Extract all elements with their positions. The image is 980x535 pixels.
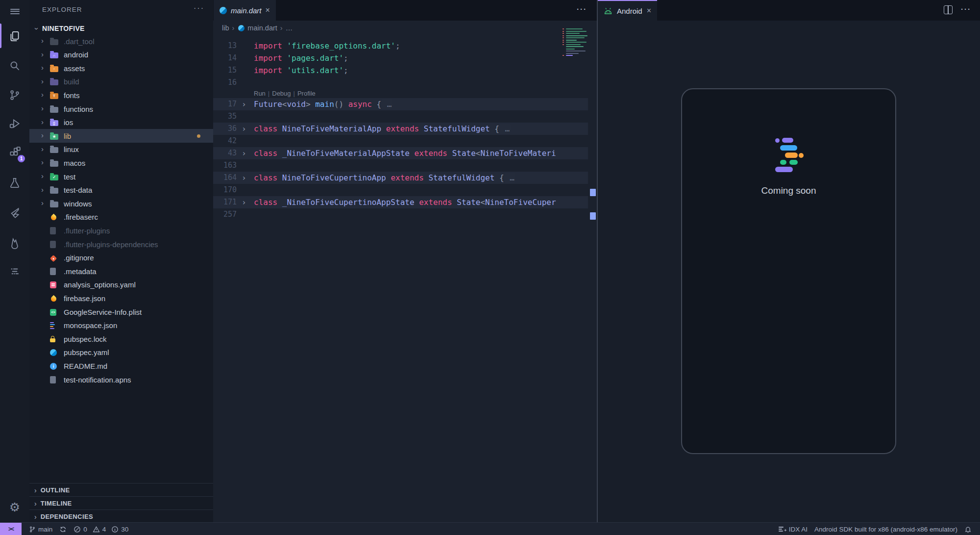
code-line-35: 35 — [213, 110, 588, 123]
sidebar-section-dependencies[interactable]: ›DEPENDENCIES — [29, 510, 213, 523]
folder-assets-icon: ▫ — [50, 66, 58, 72]
tree-item-test-notification-apns[interactable]: test-notification.apns — [29, 373, 213, 386]
tree-item-pubspec-lock[interactable]: pubspec.lock — [29, 332, 213, 346]
tree-item-macos[interactable]: ›macos — [29, 156, 213, 170]
close-icon[interactable]: × — [266, 6, 270, 15]
tree-item-ios[interactable]: ›▯ios — [29, 116, 213, 129]
chevron-right-icon: › — [34, 500, 37, 508]
tree-item-label: macos — [64, 159, 85, 167]
error-count: 0 — [83, 526, 87, 533]
chevron-right-icon: › — [41, 118, 44, 126]
tree-item--metadata[interactable]: .metadata — [29, 264, 213, 278]
remote-indicator[interactable]: >< — [0, 523, 22, 535]
sidebar-section-timeline[interactable]: ›TIMELINE — [29, 496, 213, 510]
idx-icon[interactable] — [6, 263, 23, 280]
code-line-257: 257 — [213, 208, 588, 221]
fold-chevron-icon[interactable]: › — [242, 196, 246, 208]
tree-item-android[interactable]: ›∩android — [29, 48, 213, 62]
codelens-run[interactable]: Run — [254, 90, 266, 97]
tree-item-assets[interactable]: ›▫assets — [29, 61, 213, 75]
chevron-right-icon: › — [41, 158, 44, 166]
file-tree: ›.dart_tool›∩android›▫assets›build›Tfont… — [29, 0, 213, 522]
line-number: 164 — [213, 172, 237, 184]
git-icon — [50, 255, 57, 262]
tree-item-lib[interactable]: ›★lib — [29, 129, 213, 143]
line-number: 15 — [213, 64, 237, 76]
sidebar-section-outline[interactable]: ›OUTLINE — [29, 483, 213, 497]
tree-item-test[interactable]: ›✓test — [29, 170, 213, 183]
tab-android[interactable]: Android × — [598, 0, 657, 21]
testing-icon[interactable] — [6, 175, 23, 191]
tree-item--firebaserc[interactable]: .firebaserc — [29, 210, 213, 224]
folder-android-icon: ∩ — [50, 52, 58, 58]
breadcrumb-symbol[interactable]: … — [286, 24, 293, 32]
branch-item[interactable]: main — [25, 523, 56, 535]
tree-item-label: build — [64, 77, 79, 86]
breadcrumb-file[interactable]: main.dart — [247, 24, 277, 32]
fold-chevron-icon[interactable]: › — [242, 123, 246, 135]
tree-item--dart-tool[interactable]: ›.dart_tool — [29, 34, 213, 48]
extensions-icon[interactable]: 1 — [6, 144, 23, 161]
problems-item[interactable]: 0 4 30 — [70, 523, 132, 535]
minimap[interactable] — [563, 28, 588, 60]
explorer-icon[interactable] — [6, 28, 23, 45]
fold-chevron-icon[interactable]: › — [242, 172, 246, 184]
fold-chevron-icon[interactable]: › — [242, 147, 246, 159]
flutter-icon[interactable] — [6, 205, 23, 222]
search-icon[interactable] — [6, 57, 23, 74]
code-editor[interactable]: 13import 'firebase_options.dart';14impor… — [213, 35, 588, 522]
firebase-icon[interactable] — [6, 234, 23, 251]
code-text: class _NineToFiveMaterialAppState extend… — [254, 147, 556, 159]
sync-button[interactable] — [56, 523, 70, 535]
tree-item-label: test-data — [64, 186, 92, 194]
tree-item-readme-md[interactable]: iREADME.md — [29, 359, 213, 373]
idx-ai-item[interactable]: IDX AI — [775, 523, 811, 535]
tree-item--flutter-plugins-dependencies[interactable]: .flutter-plugins-dependencies — [29, 237, 213, 251]
sync-icon — [59, 526, 67, 533]
emulator-device-frame: Coming soon — [681, 88, 896, 454]
chevron-right-icon: › — [280, 24, 283, 32]
run-debug-icon[interactable] — [6, 115, 23, 132]
idx-logo — [775, 138, 805, 172]
tree-item-build[interactable]: ›build — [29, 75, 213, 89]
tree-item-analysis-options-yaml[interactable]: analysis_options.yaml — [29, 278, 213, 292]
tree-item--gitignore[interactable]: .gitignore — [29, 251, 213, 265]
firebase-icon — [50, 214, 58, 222]
tree-item-label: GoogleService-Info.plist — [64, 308, 142, 316]
breadcrumb-lib[interactable]: lib — [222, 24, 229, 32]
tree-item-firebase-json[interactable]: firebase.json — [29, 291, 213, 305]
fold-chevron-icon[interactable]: › — [242, 98, 246, 110]
notifications-button[interactable] — [961, 523, 975, 535]
tree-item-functions[interactable]: ›functions — [29, 102, 213, 116]
split-editor-icon[interactable] — [944, 5, 953, 14]
device-label: Android SDK built for x86 (android-x86 e… — [814, 526, 957, 533]
window-more-icon[interactable]: ··· — [961, 5, 971, 13]
tree-item-fonts[interactable]: ›Tfonts — [29, 88, 213, 102]
line-number: 257 — [213, 208, 237, 221]
tree-item-monospace-json[interactable]: monospace.json — [29, 319, 213, 332]
close-icon[interactable]: × — [647, 6, 651, 15]
bell-icon — [964, 526, 972, 533]
folder-plain-icon — [50, 202, 58, 207]
tree-item-pubspec-yaml[interactable]: pubspec.yaml — [29, 346, 213, 359]
android-icon — [604, 7, 612, 14]
device-selector[interactable]: Android SDK built for x86 (android-x86 e… — [811, 523, 961, 535]
tree-item-test-data[interactable]: ›test-data — [29, 183, 213, 197]
tree-item-linux[interactable]: ›linux — [29, 143, 213, 156]
source-control-icon[interactable] — [6, 87, 23, 103]
tab-main-dart[interactable]: main.dart × — [214, 0, 276, 21]
tree-item-googleservice-info-plist[interactable]: <>GoogleService-Info.plist — [29, 305, 213, 319]
tree-item-label: ios — [64, 118, 73, 127]
settings-gear-icon[interactable]: ⚙ — [6, 499, 23, 515]
lock-icon — [50, 338, 55, 342]
menu-icon[interactable] — [6, 3, 23, 20]
code-line-36: 36›class NineToFiveMaterialApp extends S… — [213, 123, 588, 135]
tree-item--flutter-plugins[interactable]: .flutter-plugins — [29, 224, 213, 237]
editor-actions-more-icon[interactable]: ··· — [577, 5, 587, 13]
tree-item-windows[interactable]: ›windows — [29, 197, 213, 210]
status-bar: >< main 0 4 — [0, 522, 980, 535]
codelens-profile[interactable]: Profile — [297, 90, 316, 97]
codelens-debug[interactable]: Debug — [272, 90, 291, 97]
code-line-13: 13import 'firebase_options.dart'; — [213, 40, 588, 52]
right-tab-strip: Android × ··· — [598, 0, 980, 21]
